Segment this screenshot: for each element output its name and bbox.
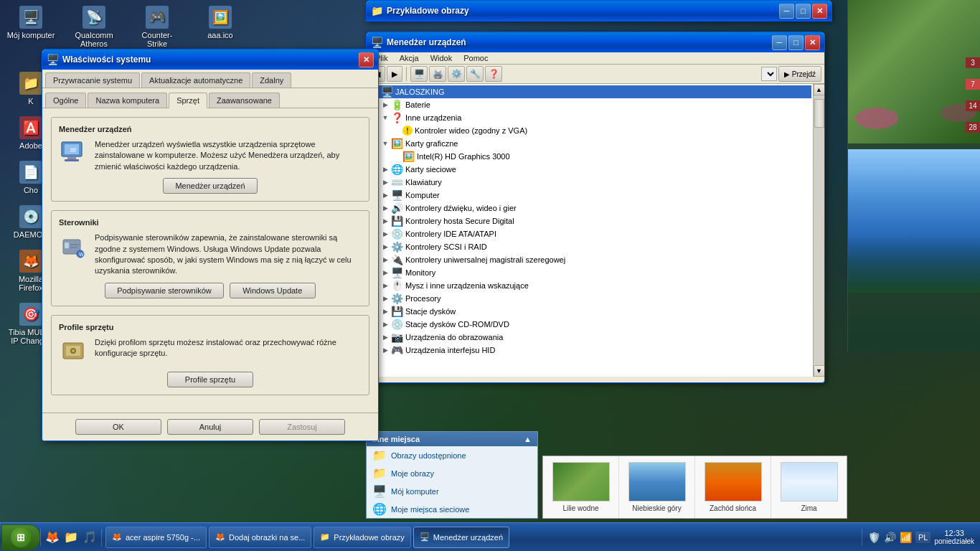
tree-expand-videoctrl[interactable] xyxy=(391,125,402,136)
tree-audio-ctrl[interactable]: ▶ 🔊 Kontrolery dźwięku, wideo i gier xyxy=(368,202,811,215)
tree-expand-mon[interactable]: ▶ xyxy=(380,267,391,278)
toolbar-btn-2[interactable]: 🖨️ xyxy=(429,66,446,82)
tree-root[interactable]: ▼ 🖥️ JALOSZKING xyxy=(368,85,811,98)
tree-klawiatury[interactable]: ▶ ⌨️ Klawiatury xyxy=(368,176,811,189)
tree-usb-ctrl[interactable]: ▶ 🔌 Kontrolery uniwersalnej magistrali s… xyxy=(368,253,811,266)
tree-monitors[interactable]: ▶ 🖥️ Monitory xyxy=(368,266,811,279)
tree-video-ctrl[interactable]: ! Kontroler wideo (zgodny z VGA) xyxy=(368,124,811,137)
scrollbar-thumb[interactable] xyxy=(814,99,824,128)
tree-expand-ide[interactable]: ▶ xyxy=(380,228,391,240)
desktop-icon-aaa[interactable]: 🖼️ aaa.ico xyxy=(195,6,245,48)
start-button[interactable]: ⊞ xyxy=(1,524,40,550)
sidebar-item-my-images[interactable]: 📁 Moje obrazy xyxy=(367,464,537,482)
tree-expand-scsi[interactable]: ▶ xyxy=(380,241,391,253)
tree-expand-baterie[interactable]: ▶ xyxy=(380,99,391,110)
tree-expand-inne[interactable]: ▼ xyxy=(380,112,391,123)
thumb-zima[interactable]: Zima xyxy=(771,456,847,518)
toolbar-btn-4[interactable]: 🔧 xyxy=(466,66,484,82)
tab-zaawansowane[interactable]: Zaawansowane xyxy=(209,93,280,108)
toolbar-btn-3[interactable]: ⚙️ xyxy=(448,66,465,82)
tab-sprzet[interactable]: Sprzęt xyxy=(169,93,207,108)
file-window-maximize[interactable]: □ xyxy=(796,4,811,19)
taskbar-item-firefox1[interactable]: 🦊 acer aspire 5750g -... xyxy=(105,527,207,548)
thumb-lilie[interactable]: Lilie wodne xyxy=(543,456,619,518)
desktop-icon-my-computer[interactable]: 🖥️ Mój komputer xyxy=(6,6,56,48)
scroll-up-button[interactable]: ▲ xyxy=(814,84,825,95)
menu-view[interactable]: Widok xyxy=(425,52,458,64)
tree-expand-komp[interactable]: ▶ xyxy=(380,189,391,201)
devmgr-close[interactable]: ✕ xyxy=(805,35,820,50)
toolbar-btn-1[interactable]: 🖥️ xyxy=(410,66,428,82)
tree-scsi-ctrl[interactable]: ▶ ⚙️ Kontrolery SCSI i RAID xyxy=(368,240,811,253)
tree-disk-drives[interactable]: ▶ 💾 Stacje dysków xyxy=(368,305,811,318)
devmgr-scrollbar[interactable]: ▲ ▼ xyxy=(813,84,824,377)
tree-imaging[interactable]: ▶ 📷 Urządzenia do obrazowania xyxy=(368,331,811,344)
devmgr-tree[interactable]: ▼ 🖥️ JALOSZKING ▶ 🔋 Baterie ▼ ❓ Inne urz… xyxy=(367,84,813,377)
tray-volume-icon[interactable]: 🔊 xyxy=(884,532,896,543)
tree-expand-img[interactable]: ▶ xyxy=(380,331,391,343)
tree-karty-siec[interactable]: ▶ 🌐 Karty sieciowe xyxy=(368,163,811,176)
forward-button[interactable]: ▶ xyxy=(387,66,402,82)
tray-security-icon[interactable]: 🛡️ xyxy=(868,532,880,543)
tree-inne[interactable]: ▼ ❓ Inne urządzenia xyxy=(368,111,811,124)
quicklaunch-media[interactable]: 🎵 xyxy=(81,529,98,546)
tray-network-icon[interactable]: 📶 xyxy=(900,532,912,543)
quicklaunch-folder[interactable]: 📁 xyxy=(62,529,80,546)
sidebar-item-shared[interactable]: 📁 Obrazy udostępnione xyxy=(367,446,537,464)
tab-ogolne[interactable]: Ogólne xyxy=(45,93,86,108)
tree-hid[interactable]: ▶ 🎮 Urządzenia interfejsu HID xyxy=(368,344,811,357)
sidebar-item-my-computer[interactable]: 🖥️ Mój komputer xyxy=(367,482,537,500)
props-close[interactable]: ✕ xyxy=(359,52,374,67)
windows-update-button[interactable]: Windows Update xyxy=(230,283,316,298)
cancel-button[interactable]: Anuluj xyxy=(167,419,253,435)
tree-expand-audio[interactable]: ▶ xyxy=(380,202,391,214)
tree-expand-usb[interactable]: ▶ xyxy=(380,254,391,265)
tree-komputer[interactable]: ▶ 🖥️ Komputer xyxy=(368,189,811,202)
scroll-down-button[interactable]: ▼ xyxy=(814,365,825,377)
devmgr-maximize[interactable]: □ xyxy=(788,35,804,50)
tab-zdalny[interactable]: Zdalny xyxy=(252,72,291,88)
sidebar-item-network[interactable]: 🌐 Moje miejsca sieciowe xyxy=(367,500,537,518)
file-window-close[interactable]: ✕ xyxy=(812,4,827,19)
tree-expand-cdrom[interactable]: ▶ xyxy=(380,319,391,330)
devmgr-minimize[interactable]: ─ xyxy=(772,35,787,50)
device-manager-button[interactable]: Menedżer urządzeń xyxy=(163,178,257,194)
tree-expand-kartysiec[interactable]: ▶ xyxy=(380,164,391,175)
tree-processors[interactable]: ▶ ⚙️ Procesory xyxy=(368,292,811,305)
ok-button[interactable]: OK xyxy=(75,419,161,435)
tree-expand-klaw[interactable]: ▶ xyxy=(380,176,391,188)
menu-action[interactable]: Akcja xyxy=(394,52,425,64)
tree-mouse[interactable]: ▶ 🖱️ Mysz i inne urządzenia wskazujące xyxy=(368,279,811,292)
tree-expand-disk[interactable]: ▶ xyxy=(380,306,391,317)
tab-przywracanie[interactable]: Przywracanie systemu xyxy=(45,72,140,88)
go-button[interactable]: ▶ Przejdź xyxy=(778,66,821,82)
tree-expand-kartygraf[interactable]: ▼ xyxy=(380,138,391,149)
tree-expand-proc[interactable]: ▶ xyxy=(380,293,391,304)
tree-expand-mouse[interactable]: ▶ xyxy=(380,280,391,291)
tree-ide-ctrl[interactable]: ▶ 💿 Kontrolery IDE ATA/ATAPI xyxy=(368,227,811,240)
menu-help[interactable]: Pomoc xyxy=(458,52,494,64)
taskbar-item-firefox2[interactable]: 🦊 Dodaj obrazki na se... xyxy=(209,527,311,548)
tab-aktualizacje[interactable]: Aktualizacje automatyczne xyxy=(141,72,250,88)
toolbar-btn-5[interactable]: ❓ xyxy=(485,66,502,82)
desktop-icon-qualcomm[interactable]: 📡 Qualcomm Atheros xyxy=(69,6,119,48)
quicklaunch-firefox[interactable]: 🦊 xyxy=(44,529,61,546)
scrollbar-track[interactable] xyxy=(814,95,825,365)
view-selector[interactable] xyxy=(761,67,777,81)
driver-signing-button[interactable]: Podpisywanie sterowników xyxy=(105,283,223,298)
tree-expand-sd[interactable]: ▶ xyxy=(380,215,391,227)
tree-baterie[interactable]: ▶ 🔋 Baterie xyxy=(368,98,811,111)
taskbar-item-devmgr[interactable]: 🖥️ Menedżer urządzeń xyxy=(413,527,509,548)
tree-sd-ctrl[interactable]: ▶ 💾 Kontrolery hosta Secure Digital xyxy=(368,215,811,227)
tree-karty-graf[interactable]: ▼ 🖼️ Karty graficzne xyxy=(368,137,811,150)
tray-language[interactable]: PL xyxy=(915,532,930,543)
file-window-minimize[interactable]: ─ xyxy=(779,4,794,19)
tab-nazwa[interactable]: Nazwa komputera xyxy=(88,93,167,108)
desktop-icon-counterstrike[interactable]: 🎮 Counter-Strike xyxy=(132,6,182,48)
thumb-gory[interactable]: Niebieskie góry xyxy=(619,456,695,518)
tree-expand-hid[interactable]: ▶ xyxy=(380,344,391,356)
hw-profiles-button[interactable]: Profile sprzętu xyxy=(167,372,253,387)
taskbar-item-images[interactable]: 📁 Przykładowe obrazy xyxy=(314,527,410,548)
thumb-zachod[interactable]: Zachód słońca xyxy=(695,456,771,518)
tree-cdrom[interactable]: ▶ 💿 Stacje dysków CD-ROM/DVD xyxy=(368,318,811,331)
